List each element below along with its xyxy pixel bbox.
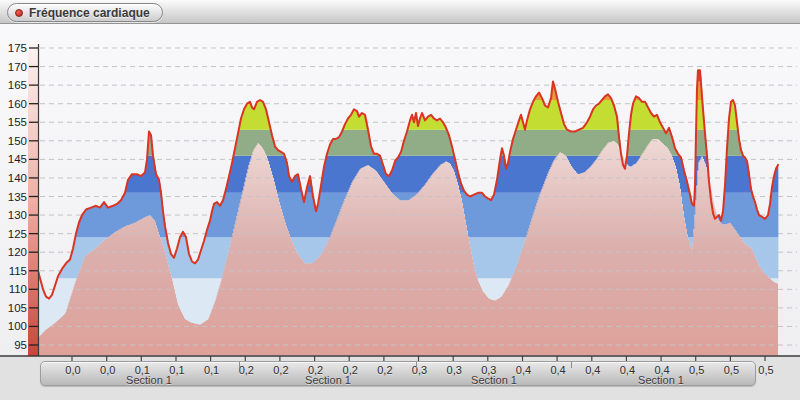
app-window: 9510010511011512012513013514014515015516… [0, 0, 800, 400]
section-ruler[interactable]: 0,00,00,10,10,10,20,20,20,20,20,30,30,30… [40, 361, 756, 386]
section-label[interactable]: Section 1 [638, 374, 684, 386]
x-tick-label: 0,0 [65, 364, 80, 376]
section-divider [416, 362, 417, 368]
x-tick-label: 0,3 [412, 364, 427, 376]
y-tick-label: 120 [8, 246, 27, 258]
y-tick-label: 175 [8, 42, 27, 54]
x-tick-label: 0,3 [447, 364, 462, 376]
hr-color-scale-strip [28, 44, 38, 356]
x-tick-label: 0,5 [724, 364, 739, 376]
x-tick-label: 0,2 [239, 364, 254, 376]
x-tick-label: 0,5 [689, 364, 704, 376]
metric-pill-label: Fréquence cardiaque [29, 6, 150, 20]
y-tick-label: 170 [8, 61, 27, 73]
y-tick-label: 160 [8, 98, 27, 110]
y-tick-label: 110 [9, 283, 27, 295]
metric-pill-button[interactable]: Fréquence cardiaque [7, 3, 163, 22]
x-tick-label: 0,5 [758, 364, 773, 376]
toolbar: Fréquence cardiaque [0, 0, 800, 24]
y-tick-label: 135 [8, 191, 27, 203]
x-tick-label: 0,4 [585, 364, 600, 376]
y-tick-label: 95 [14, 339, 27, 351]
y-tick-label: 145 [8, 153, 27, 165]
x-tick-label: 0,4 [620, 364, 635, 376]
y-tick-label: 165 [8, 79, 27, 91]
x-tick-label: 0,0 [100, 364, 115, 376]
section-label[interactable]: Section 1 [471, 374, 517, 386]
section-divider [239, 362, 240, 368]
red-dot-icon [15, 9, 23, 17]
y-tick-label: 100 [8, 320, 27, 332]
y-tick-label: 115 [9, 265, 27, 277]
y-tick-label: 105 [8, 302, 27, 314]
y-tick-label: 150 [8, 135, 27, 147]
y-tick-label: 140 [8, 172, 27, 184]
x-tick-label: 0,4 [516, 364, 531, 376]
section-label[interactable]: Section 1 [126, 374, 172, 386]
section-divider [571, 362, 572, 368]
section-label[interactable]: Section 1 [305, 374, 351, 386]
x-tick-label: 0,1 [204, 364, 219, 376]
y-tick-label: 125 [8, 228, 27, 240]
x-tick-label: 0,2 [377, 364, 392, 376]
x-tick-label: 0,2 [273, 364, 288, 376]
hr-chart-canvas[interactable]: 9510010511011512012513013514014515015516… [0, 0, 800, 400]
x-tick-label: 0,4 [550, 364, 565, 376]
y-tick-label: 155 [8, 116, 27, 128]
y-tick-label: 130 [8, 209, 27, 221]
